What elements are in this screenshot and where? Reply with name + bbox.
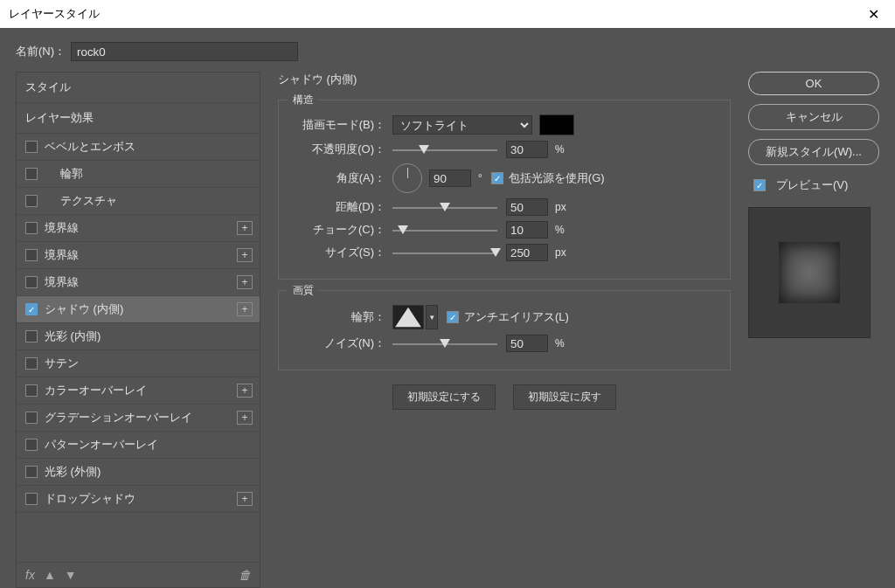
size-slider[interactable] [392,246,497,259]
opacity-label: 不透明度(O)： [291,142,385,157]
style-item[interactable]: 境界線+ [17,269,260,296]
noise-unit: % [555,337,565,349]
add-effect-icon[interactable]: + [237,411,253,425]
style-label: パターンオーバーレイ [45,437,253,453]
style-item[interactable]: 境界線+ [17,215,260,242]
opacity-input[interactable] [506,141,548,158]
style-checkbox[interactable] [25,466,38,478]
choke-input[interactable] [506,221,548,239]
opacity-slider[interactable] [392,142,497,156]
style-label: 境界線 [45,220,237,236]
style-item[interactable]: グラデーションオーバーレイ+ [17,405,260,432]
style-checkbox[interactable] [25,330,38,342]
style-checkbox[interactable] [25,141,38,153]
shadow-color-swatch[interactable] [539,114,574,135]
style-checkbox[interactable] [25,412,38,424]
style-item[interactable]: パターンオーバーレイ [17,432,260,459]
distance-slider[interactable] [392,200,497,214]
noise-input[interactable] [506,335,548,352]
arrow-up-icon[interactable]: ▲ [44,568,56,582]
angle-unit: ° [478,172,482,184]
add-effect-icon[interactable]: + [237,384,253,398]
preview-checkbox[interactable] [753,179,766,191]
style-item[interactable]: 光彩 (内側) [17,323,260,350]
style-item[interactable]: カラーオーバーレイ+ [17,377,260,405]
style-checkbox[interactable] [25,195,38,207]
make-default-button[interactable]: 初期設定にする [392,384,496,410]
distance-input[interactable] [506,198,548,216]
style-label: 輪郭 [45,166,253,182]
name-label: 名前(N)： [16,44,66,59]
style-checkbox[interactable] [25,303,38,315]
contour-preview[interactable] [392,305,424,329]
distance-unit: px [555,201,566,213]
choke-unit: % [555,224,565,236]
style-item[interactable]: テクスチャ [17,188,260,215]
add-effect-icon[interactable]: + [237,221,253,235]
angle-label: 角度(A)： [291,170,385,186]
titlebar: レイヤースタイル ✕ [0,0,895,28]
structure-legend: 構造 [288,93,319,107]
cancel-button[interactable]: キャンセル [748,104,879,130]
blend-mode-select[interactable]: ソフトライト [392,115,532,135]
styles-header[interactable]: スタイル [17,73,260,103]
choke-label: チョーク(C)： [291,222,385,238]
opacity-unit: % [555,143,565,156]
quality-legend: 画質 [288,283,319,298]
size-label: サイズ(S)： [291,245,385,260]
style-item[interactable]: ベベルとエンボス [17,134,260,161]
style-item[interactable]: 光彩 (外側) [17,459,260,486]
antialias-checkbox[interactable] [447,311,459,323]
sidebar-footer: fx ▲ ▼ 🗑 [17,562,260,587]
style-label: 境界線 [45,274,237,290]
style-checkbox[interactable] [25,249,38,261]
style-checkbox[interactable] [25,493,38,505]
reset-default-button[interactable]: 初期設定に戻す [513,384,616,410]
ok-button[interactable]: OK [748,72,879,95]
size-unit: px [555,246,566,259]
style-label: テクスチャ [45,193,253,209]
window-title: レイヤースタイル [9,6,100,22]
style-checkbox[interactable] [25,276,38,288]
style-item[interactable]: サテン [17,350,260,377]
style-checkbox[interactable] [25,168,38,180]
preview-thumbnail [748,207,871,338]
add-effect-icon[interactable]: + [237,302,253,316]
style-item[interactable]: 輪郭 [17,161,260,188]
global-light-checkbox[interactable] [491,172,503,184]
style-label: ドロップシャドウ [45,491,237,507]
style-checkbox[interactable] [25,222,38,234]
style-label: 境界線 [45,247,237,263]
panel-title: シャドウ (内側) [278,72,731,87]
style-label: 光彩 (内側) [45,329,253,344]
angle-dial[interactable] [392,163,422,193]
style-checkbox[interactable] [25,357,38,370]
add-effect-icon[interactable]: + [237,275,253,289]
style-item[interactable]: ドロップシャドウ+ [17,486,260,513]
arrow-down-icon[interactable]: ▼ [65,568,77,582]
trash-icon[interactable]: 🗑 [239,568,251,582]
add-effect-icon[interactable]: + [237,248,253,262]
name-input[interactable] [71,42,298,61]
choke-slider[interactable] [392,223,497,237]
blend-mode-label: 描画モード(B)： [291,117,385,133]
noise-slider[interactable] [392,336,497,350]
antialias-label: アンチエイリアス(L) [464,309,569,325]
close-icon[interactable]: ✕ [861,3,886,26]
style-checkbox[interactable] [25,384,38,397]
preview-label: プレビュー(V) [776,177,848,193]
global-light-label: 包括光源を使用(G) [509,170,605,186]
new-style-button[interactable]: 新規スタイル(W)... [748,139,879,165]
layer-effects-header[interactable]: レイヤー効果 [17,103,260,134]
style-item[interactable]: シャドウ (内側)+ [17,296,260,323]
style-item[interactable]: 境界線+ [17,242,260,269]
fx-icon[interactable]: fx [25,568,35,582]
angle-input[interactable] [429,169,471,187]
style-label: 光彩 (外側) [45,464,253,480]
quality-group: 画質 輪郭： ▾ アンチエイリアス(L) ノイズ(N)： % [278,290,731,370]
size-input[interactable] [506,244,548,261]
right-panel: OK キャンセル 新規スタイル(W)... プレビュー(V) [748,72,879,588]
add-effect-icon[interactable]: + [237,492,253,506]
contour-dropdown[interactable]: ▾ [426,305,438,329]
style-checkbox[interactable] [25,439,38,451]
